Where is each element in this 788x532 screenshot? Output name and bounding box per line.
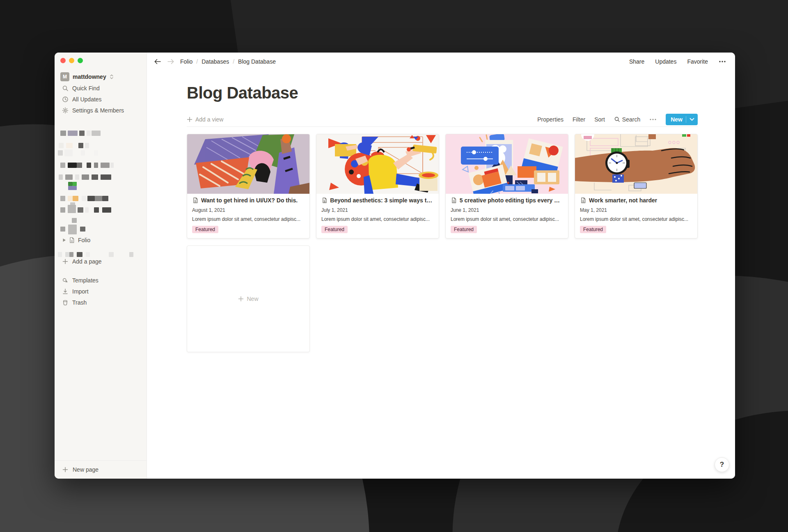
sidebar-item-label: Trash — [72, 299, 87, 306]
breadcrumb-blog-database[interactable]: Blog Database — [238, 58, 276, 65]
topbar: Folio / Databases / Blog Database Share … — [147, 53, 735, 71]
sidebar-item-label: Add a page — [72, 258, 102, 265]
redacted-block — [60, 227, 65, 232]
redacted-block — [78, 143, 83, 148]
new-record-label: New — [671, 116, 683, 123]
card-tag-featured: Featured — [192, 226, 218, 233]
card-excerpt: Lorem ipsum dolor sit amet, consectetur … — [451, 216, 563, 222]
more-icon[interactable] — [719, 60, 726, 63]
redacted-block — [85, 143, 89, 148]
redacted-block — [92, 131, 101, 136]
card-date: June 1, 2021 — [451, 207, 563, 213]
card-title: 5 creative photo editing tips every gr..… — [460, 197, 563, 204]
card-title-row: Want to get hired in UI/UX? Do this. — [192, 197, 305, 204]
redacted-block — [68, 131, 78, 136]
card-date: May 1, 2021 — [580, 207, 692, 213]
redacted-block — [68, 182, 73, 186]
redacted-block — [87, 131, 91, 136]
properties-button[interactable]: Properties — [537, 116, 564, 123]
breadcrumb-folio[interactable]: Folio — [180, 58, 192, 65]
sidebar-add-a-page[interactable]: Add a page — [55, 256, 147, 267]
plus-icon — [62, 258, 69, 265]
sidebar-item-label: New page — [73, 466, 98, 473]
help-label: ? — [720, 461, 724, 469]
chevron-down-icon[interactable] — [690, 118, 694, 121]
share-button[interactable]: Share — [629, 58, 644, 65]
updates-button[interactable]: Updates — [655, 58, 676, 65]
breadcrumb-databases[interactable]: Databases — [202, 58, 229, 65]
redacted-block — [60, 131, 66, 136]
card-body: Work smarter, not harder May 1, 2021 Lor… — [575, 194, 697, 238]
card-illustration-aesthetics — [316, 134, 439, 194]
redacted-block — [102, 207, 111, 213]
card-title-row: Work smarter, not harder — [580, 197, 692, 204]
card-body: Beyond aesthetics: 3 simple ways to t...… — [316, 194, 439, 238]
card-body: Want to get hired in UI/UX? Do this. Aug… — [187, 194, 309, 238]
new-card-button[interactable]: New — [187, 245, 310, 352]
sidebar-item-trash[interactable]: Trash — [55, 297, 147, 308]
sidebar-item-label: Templates — [72, 277, 98, 284]
card-tag-featured: Featured — [580, 226, 606, 233]
gallery-card[interactable]: Work smarter, not harder May 1, 2021 Lor… — [575, 134, 698, 238]
sidebar-new-page[interactable]: New page — [55, 460, 147, 479]
redacted-block — [94, 150, 98, 156]
gallery-card[interactable]: Want to get hired in UI/UX? Do this. Aug… — [187, 134, 310, 238]
sidebar-item-templates[interactable]: Templates — [55, 275, 147, 286]
sidebar-item-import[interactable]: Import — [55, 286, 147, 297]
breadcrumb-separator: / — [233, 58, 234, 65]
new-record-button[interactable]: New — [666, 114, 698, 125]
search-label: Search — [622, 116, 640, 123]
redacted-block — [60, 207, 65, 213]
redacted-block — [72, 218, 77, 223]
more-icon[interactable] — [649, 118, 657, 121]
filter-button[interactable]: Filter — [573, 116, 585, 123]
redacted-block — [59, 143, 64, 148]
redacted-block — [66, 143, 73, 148]
redacted-block — [80, 227, 85, 232]
card-body: 5 creative photo editing tips every gr..… — [446, 194, 568, 238]
sort-button[interactable]: Sort — [594, 116, 605, 123]
forward-icon[interactable] — [167, 58, 174, 65]
sidebar-item-folio[interactable]: Folio — [55, 235, 147, 245]
card-title-row: 5 creative photo editing tips every gr..… — [451, 197, 563, 204]
redacted-block — [73, 182, 77, 186]
import-icon — [62, 288, 69, 295]
main-area: Folio / Databases / Blog Database Share … — [147, 53, 735, 479]
templates-icon — [62, 277, 69, 284]
toggle-triangle-icon[interactable] — [61, 237, 67, 243]
redacted-block — [68, 205, 76, 213]
redacted-block — [102, 196, 108, 201]
back-icon[interactable] — [154, 58, 161, 65]
page-title: Blog Database — [187, 84, 698, 102]
card-illustration-photo-editing — [446, 134, 568, 194]
gallery-cards-row: Want to get hired in UI/UX? Do this. Aug… — [187, 134, 698, 238]
page-content: Blog Database Add a view Properties Filt… — [147, 71, 735, 479]
card-title: Work smarter, not harder — [589, 197, 657, 204]
redacted-block — [73, 196, 78, 201]
redacted-block — [82, 174, 89, 180]
favorite-button[interactable]: Favorite — [687, 58, 708, 65]
view-toolbar-row: Add a view Properties Filter Sort Search — [187, 112, 698, 127]
page-icon — [192, 197, 199, 204]
add-view-button[interactable]: Add a view — [187, 116, 223, 123]
search-button[interactable]: Search — [614, 116, 640, 123]
redacted-block — [110, 163, 114, 168]
redacted-block — [78, 207, 83, 213]
card-tag-featured: Featured — [321, 226, 348, 233]
card-date: July 1, 2021 — [321, 207, 434, 213]
card-tag-featured: Featured — [451, 226, 477, 233]
gallery-card[interactable]: Beyond aesthetics: 3 simple ways to t...… — [316, 134, 439, 238]
card-illustration-uiux — [187, 134, 309, 194]
page-icon — [451, 197, 457, 204]
redacted-block — [101, 163, 110, 168]
breadcrumb-separator: / — [196, 58, 198, 65]
new-card-label: New — [247, 296, 258, 302]
plus-icon — [238, 296, 244, 302]
trash-icon — [62, 299, 69, 306]
gallery-card[interactable]: 5 creative photo editing tips every gr..… — [445, 134, 568, 238]
page-icon — [580, 197, 586, 204]
redacted-block — [81, 150, 85, 156]
add-view-label: Add a view — [195, 116, 223, 123]
help-button[interactable]: ? — [715, 457, 729, 472]
button-divider — [686, 116, 686, 123]
